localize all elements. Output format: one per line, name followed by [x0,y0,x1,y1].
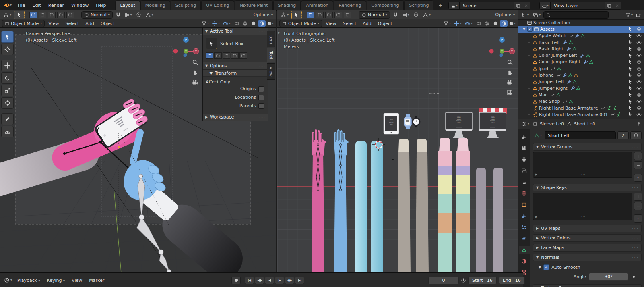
select-arrow-icon[interactable] [628,106,633,110]
workspace-tab-texture-paint[interactable]: Texture Paint [235,0,273,10]
options-dropdown[interactable]: Options▾ [494,11,516,18]
properties-tab-output[interactable] [519,156,530,164]
viewport-menu-add[interactable]: Add [360,20,374,27]
new-collection-button[interactable] [635,12,642,19]
locations-checkbox[interactable] [258,95,264,100]
select-mode-0-button[interactable] [29,12,37,18]
outliner-row-mac-shop[interactable]: Mac Shop [518,98,644,105]
select-mode-4-button[interactable] [66,12,74,18]
vertex-groups-add-button[interactable] [634,152,642,160]
proportional-falloff-dropdown[interactable]: ▾ [421,11,432,18]
gizmos-dropdown[interactable]: ▾ [211,20,221,27]
xray-toggle-button[interactable] [233,20,240,27]
axis-negz-ball[interactable] [500,54,503,57]
transform-tool-button[interactable] [1,97,14,109]
transform-subpanel-header[interactable]: ▼Transform [203,70,268,77]
visibility-eye-icon[interactable] [636,66,642,71]
display-mode-dropdown[interactable]: ▾ [532,12,542,19]
angle-slider[interactable]: 30° [589,273,628,281]
visibility-eye-icon[interactable] [636,40,642,45]
vertex-groups-specials-button[interactable]: ▾ [634,174,642,182]
mode-dropdown[interactable]: Object Mode▾ [279,20,322,27]
menu-file[interactable]: File [14,2,29,9]
axis-negz-ball[interactable] [184,54,187,57]
visibility-eye-icon[interactable] [636,73,642,78]
outliner-row-color-jumper-right[interactable]: Color Jumper Right [518,59,644,65]
select-arrow-icon[interactable] [628,112,633,117]
shading-solid-button[interactable] [491,20,499,27]
sidebar-tab-item[interactable]: Item [267,31,275,47]
annotate-tool-button[interactable] [1,113,14,125]
viewport-menu-select[interactable]: Select [62,20,82,27]
viewport-menu-view[interactable]: View [323,20,339,27]
camera-viewport-canvas[interactable]: Camera Perspective (0) Assets | Sleeve L… [0,28,276,273]
visibility-eye-icon[interactable] [636,33,642,38]
mesh-name-field[interactable]: Short Left [545,131,616,139]
outliner-row-apple-watch[interactable]: Apple Watch [518,33,644,39]
zoom-button[interactable] [192,59,198,65]
current-frame-field[interactable]: 0 [428,277,459,284]
camera-view-button[interactable] [507,79,513,85]
select-mode-subtract-button[interactable] [223,52,230,59]
shape-keys-remove-button[interactable] [634,202,642,210]
viewport-menu-select[interactable]: Select [340,20,359,27]
editor-type-button[interactable]: ▾ [520,12,530,19]
animate-property-button[interactable] [631,275,636,279]
transform-orientation-dropdown[interactable]: Normal▾ [359,11,390,19]
proportional-falloff-dropdown[interactable]: ▾ [144,11,155,18]
pin-icon[interactable] [636,121,641,126]
breadcrumb-data-label[interactable]: Short Left [574,121,596,127]
select-arrow-icon[interactable] [628,73,633,78]
workspace-tab-modeling[interactable]: Modeling [140,0,170,10]
shading-wireframe-button[interactable] [241,20,249,27]
add-workspace-button[interactable]: + [434,1,446,10]
start-frame-field[interactable]: Start16 [468,277,497,284]
mesh-browse-button[interactable]: ▾ [533,132,543,139]
select-arrow-icon[interactable] [628,66,633,71]
outliner-row-jumper-right[interactable]: Jumper Right [518,85,644,92]
outliner-filter-dropdown[interactable]: ▾ [624,12,634,19]
editor-type-button[interactable]: ▾ [3,277,13,284]
snap-toggle-button[interactable] [114,11,122,18]
outliner-row-basic-left[interactable]: Basic Left [518,39,644,46]
options-panel-header[interactable]: ▼Options···· [203,62,268,70]
snap-toggle-button[interactable] [392,11,399,18]
outliner-search-input[interactable] [543,11,609,19]
visibility-eye-icon[interactable] [636,99,642,104]
timeline-menu-playback[interactable]: Playback ▾ [14,277,43,284]
measure-tool-button[interactable] [1,126,14,137]
camera-view-button[interactable] [192,79,198,85]
breadcrumb-object-label[interactable]: Sleeve Left [540,121,564,127]
menu-help[interactable]: Help [92,2,109,9]
shape-keys-specials-button[interactable]: ▾ [634,214,642,223]
scene-new-button[interactable] [514,2,522,9]
viewport-front[interactable]: ▾ Normal▾ ▾ ▾ Options▾ Object Mode▾ViewS… [277,10,518,272]
properties-tab-material[interactable] [519,257,530,265]
properties-tab-scene[interactable] [519,178,530,186]
active-tool-button[interactable] [291,11,302,19]
snap-target-dropdown[interactable]: ▾ [401,11,411,18]
viewport-menu-object[interactable]: Object [375,20,395,27]
properties-tab-object[interactable] [519,201,530,209]
section-face-maps[interactable]: ▶Face Maps···· [533,244,642,252]
editor-type-button[interactable]: ▾ [279,11,290,18]
select-box-tool-button[interactable] [1,31,14,43]
disclosure-down-icon[interactable]: ▼ [522,27,526,31]
outliner-row-jumper-left[interactable]: Jumper Left [518,79,644,85]
parents-checkbox[interactable] [258,103,264,109]
visibility-eye-icon[interactable] [636,59,642,64]
axis-negx-ball[interactable] [489,49,494,54]
view-layer-browse-button[interactable]: ▾ [540,2,551,9]
properties-tab-object-data[interactable] [519,246,530,254]
select-mode-new-button[interactable] [206,52,213,59]
viewport-camera[interactable]: ▾ Normal▾ ▾ ▾ Options▾ Object Mode▾ViewS… [0,10,276,272]
view-layer-new-button[interactable] [605,2,613,9]
vertex-groups-listbox[interactable]: ▶···· [533,152,632,178]
users-count-button[interactable]: 2 [617,131,629,139]
select-mode-1-button[interactable] [316,12,324,18]
navigation-gizmo[interactable]: Z X Y [171,35,200,58]
shading-rendered-button[interactable]: ▾ [508,20,516,27]
workspace-panel-header[interactable]: ▶Workspace···· [203,114,268,121]
viewport-menu-add[interactable]: Add [83,20,97,27]
menu-window[interactable]: Window [68,2,92,9]
